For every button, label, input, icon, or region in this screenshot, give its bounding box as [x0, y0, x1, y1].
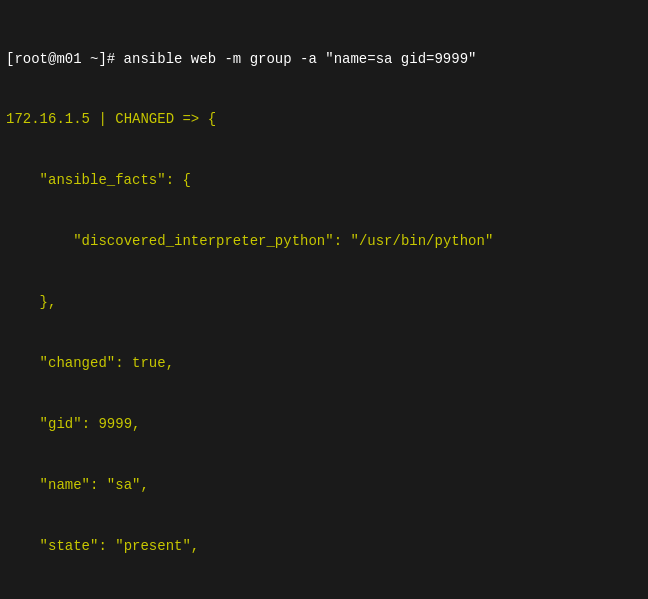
ip-1: 172.16.1.5 — [6, 111, 90, 127]
val-1: "/usr/bin/python" — [350, 233, 493, 249]
terminal-line-4: "discovered_interpreter_python": "/usr/b… — [6, 231, 642, 251]
terminal-line-6: "changed": true, — [6, 353, 642, 373]
changed-1: CHANGED — [115, 111, 174, 127]
key-4: "gid" — [40, 416, 82, 432]
prompt-1: [root@m01 ~]# ansible web -m group -a "n… — [6, 51, 476, 67]
separator-1: | — [90, 111, 115, 127]
indent-6 — [6, 477, 40, 493]
key-3: "changed" — [40, 355, 116, 371]
indent-1 — [6, 172, 40, 188]
colon-1: : { — [166, 172, 191, 188]
colon-4: : — [82, 416, 99, 432]
brace-1: }, — [40, 294, 57, 310]
key-5: "name" — [40, 477, 90, 493]
colon-5: : — [90, 477, 107, 493]
indent-5 — [6, 416, 40, 432]
colon-3: : — [115, 355, 132, 371]
indent-4 — [6, 355, 40, 371]
terminal-line-9: "state": "present", — [6, 536, 642, 556]
indent-3 — [6, 294, 40, 310]
key-6: "state" — [40, 538, 99, 554]
arrow-1: => { — [174, 111, 216, 127]
terminal-line-3: "ansible_facts": { — [6, 170, 642, 190]
val-4: "sa", — [107, 477, 149, 493]
terminal-line-1: [root@m01 ~]# ansible web -m group -a "n… — [6, 49, 642, 69]
key-1: "ansible_facts" — [40, 172, 166, 188]
terminal-line-5: }, — [6, 292, 642, 312]
terminal-line-2: 172.16.1.5 | CHANGED => { — [6, 109, 642, 129]
key-2: "discovered_interpreter_python" — [73, 233, 333, 249]
indent-2 — [6, 233, 73, 249]
val-2: true, — [132, 355, 174, 371]
val-5: "present", — [115, 538, 199, 554]
colon-2: : — [334, 233, 351, 249]
terminal-line-7: "gid": 9999, — [6, 414, 642, 434]
indent-7 — [6, 538, 40, 554]
colon-6: : — [98, 538, 115, 554]
terminal-window: [root@m01 ~]# ansible web -m group -a "n… — [0, 0, 648, 599]
val-3: 9999, — [98, 416, 140, 432]
terminal-line-8: "name": "sa", — [6, 475, 642, 495]
